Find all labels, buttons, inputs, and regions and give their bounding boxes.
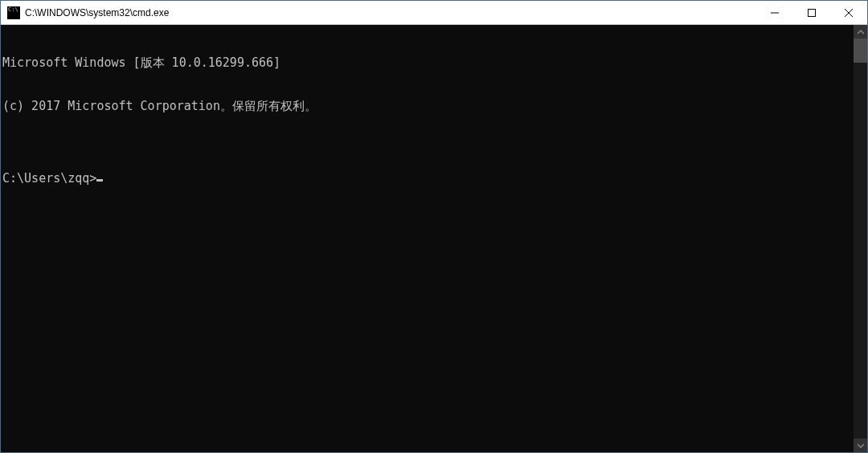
close-button[interactable] <box>830 1 867 24</box>
console-area: Microsoft Windows [版本 10.0.16299.666] (c… <box>1 25 867 452</box>
scrollbar-up-button[interactable] <box>854 25 867 39</box>
console-prompt-line: C:\Users\zqq> <box>2 171 854 186</box>
titlebar[interactable]: C:\WINDOWS\system32\cmd.exe <box>1 1 867 25</box>
cmd-window: C:\WINDOWS\system32\cmd.exe Micro <box>0 0 868 453</box>
maximize-icon <box>808 9 816 17</box>
scrollbar-down-button[interactable] <box>854 439 867 452</box>
console-output-line: (c) 2017 Microsoft Corporation。保留所有权利。 <box>2 99 854 113</box>
cmd-icon <box>7 6 20 19</box>
console-prompt: C:\Users\zqq> <box>2 171 96 186</box>
minimize-button[interactable] <box>756 1 793 24</box>
chevron-down-icon <box>858 443 864 449</box>
vertical-scrollbar[interactable] <box>854 25 867 452</box>
chevron-up-icon <box>858 29 864 35</box>
scrollbar-thumb[interactable] <box>854 39 867 63</box>
minimize-icon <box>771 9 779 17</box>
console-cursor <box>96 179 103 182</box>
console-output-line: Microsoft Windows [版本 10.0.16299.666] <box>2 55 854 70</box>
maximize-button[interactable] <box>793 1 830 24</box>
close-icon <box>845 9 853 17</box>
svg-rect-1 <box>809 9 816 16</box>
window-title: C:\WINDOWS\system32\cmd.exe <box>25 7 756 18</box>
window-controls <box>756 1 867 24</box>
scrollbar-track[interactable] <box>854 39 867 439</box>
console-content[interactable]: Microsoft Windows [版本 10.0.16299.666] (c… <box>1 25 854 452</box>
